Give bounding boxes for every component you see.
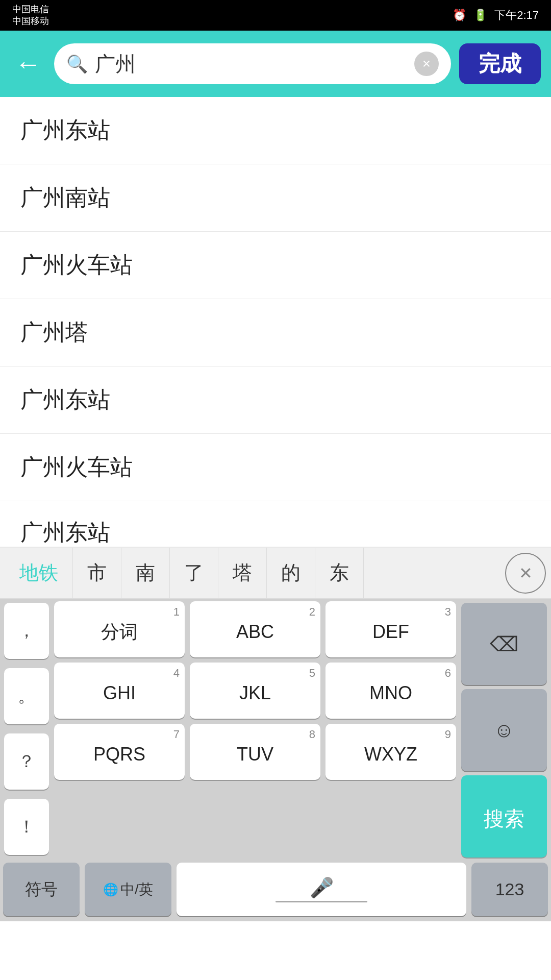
suggestion-item-1[interactable]: 市 — [73, 548, 121, 598]
search-button[interactable]: 搜索 — [461, 775, 547, 857]
time: 下午2:17 — [494, 8, 539, 23]
space-button[interactable]: 🎤 — [177, 863, 466, 916]
num123-button[interactable]: 123 — [471, 863, 548, 916]
fuhao-button[interactable]: 符号 — [3, 863, 80, 916]
carrier2: 中国移动 — [12, 15, 49, 27]
result-item[interactable]: 广州东站 — [0, 366, 551, 434]
suggestion-item-5[interactable]: 的 — [267, 548, 315, 598]
key-2-abc[interactable]: 2 ABC — [190, 601, 320, 657]
backspace-icon: ⌫ — [490, 632, 519, 656]
result-text: 广州东站 — [20, 117, 110, 142]
result-item[interactable]: 广州火车站 — [0, 232, 551, 299]
key-6-mno[interactable]: 6 MNO — [325, 663, 456, 719]
result-text: 广州东站 — [20, 520, 110, 545]
battery-icon: 🔋 — [473, 9, 487, 22]
space-line — [276, 901, 367, 902]
result-item[interactable]: 广州南站 — [0, 164, 551, 232]
suggestion-item-2[interactable]: 南 — [121, 548, 170, 598]
result-item-partial[interactable]: 广州东站 — [0, 501, 551, 547]
clear-icon: × — [422, 56, 431, 72]
key-7-pqrs[interactable]: 7 PQRS — [54, 724, 185, 780]
ime-suggestions-bar: 地铁 市 南 了 塔 的 东 ✕ — [0, 548, 551, 599]
key-comma[interactable]: ， — [4, 603, 49, 659]
back-button[interactable]: ← — [10, 46, 46, 82]
key-3-def[interactable]: 3 DEF — [325, 601, 456, 657]
header: ← 🔍 × 完成 — [0, 31, 551, 97]
result-text: 广州火车站 — [20, 252, 133, 277]
carrier1: 中国电信 — [12, 4, 49, 15]
backspace-button[interactable]: ⌫ — [461, 603, 547, 685]
emoji-icon: ☺ — [494, 719, 515, 742]
done-button[interactable]: 完成 — [459, 43, 541, 84]
results-list: 广州东站 广州南站 广州火车站 广州塔 广州东站 广州火车站 广州东站 — [0, 97, 551, 548]
suggestion-item-0[interactable]: 地铁 — [5, 548, 73, 598]
status-right: ⏰ 🔋 下午2:17 — [453, 8, 539, 23]
key-5-jkl[interactable]: 5 JKL — [190, 663, 320, 719]
back-arrow-icon: ← — [15, 51, 41, 77]
mic-icon: 🎤 — [310, 876, 334, 899]
emoji-button[interactable]: ☺ — [461, 689, 547, 771]
suggestion-item-3[interactable]: 了 — [170, 548, 218, 598]
clear-button[interactable]: × — [414, 52, 439, 76]
suggestion-delete-button[interactable]: ✕ — [505, 553, 546, 594]
zhongwen-button[interactable]: 🌐 中/英 — [85, 863, 171, 916]
result-item[interactable]: 广州火车站 — [0, 434, 551, 501]
key-4-ghi[interactable]: 4 GHI — [54, 663, 185, 719]
result-text: 广州塔 — [20, 320, 88, 345]
key-9-wxyz[interactable]: 9 WXYZ — [325, 724, 456, 780]
search-icon: 🔍 — [66, 54, 88, 74]
suggestion-item-6[interactable]: 东 — [315, 548, 364, 598]
key-row-2: 4 GHI 5 JKL 6 MNO — [51, 660, 459, 721]
suggestion-item-4[interactable]: 塔 — [218, 548, 267, 598]
key-question[interactable]: ？ — [4, 733, 49, 790]
result-item[interactable]: 广州塔 — [0, 299, 551, 366]
result-text: 广州南站 — [20, 185, 110, 210]
result-item[interactable]: 广州东站 — [0, 97, 551, 164]
key-exclaim[interactable]: ！ — [4, 799, 49, 855]
key-1-fenchi[interactable]: 1 分词 — [54, 601, 185, 657]
search-input[interactable] — [95, 53, 407, 76]
suggestion-delete-icon: ✕ — [519, 564, 533, 583]
status-bar: 中国电信 中国移动 ⏰ 🔋 下午2:17 — [0, 0, 551, 31]
search-box: 🔍 × — [54, 43, 451, 84]
key-row-3: 7 PQRS 8 TUV 9 WXYZ — [51, 721, 459, 782]
keyboard-bottom-row: 符号 🌐 中/英 🎤 123 — [0, 860, 551, 921]
result-text: 广州火车站 — [20, 454, 133, 479]
key-8-tuv[interactable]: 8 TUV — [190, 724, 320, 780]
carrier-info: 中国电信 中国移动 — [12, 4, 49, 28]
key-row-1: 1 分词 2 ABC 3 DEF — [51, 599, 459, 660]
key-period[interactable]: 。 — [4, 668, 49, 724]
alarm-icon: ⏰ — [453, 9, 466, 22]
keyboard: ， 。 ？ ！ 1 分词 2 ABC — [0, 599, 551, 921]
result-text: 广州东站 — [20, 387, 110, 412]
done-label: 完成 — [479, 50, 521, 78]
